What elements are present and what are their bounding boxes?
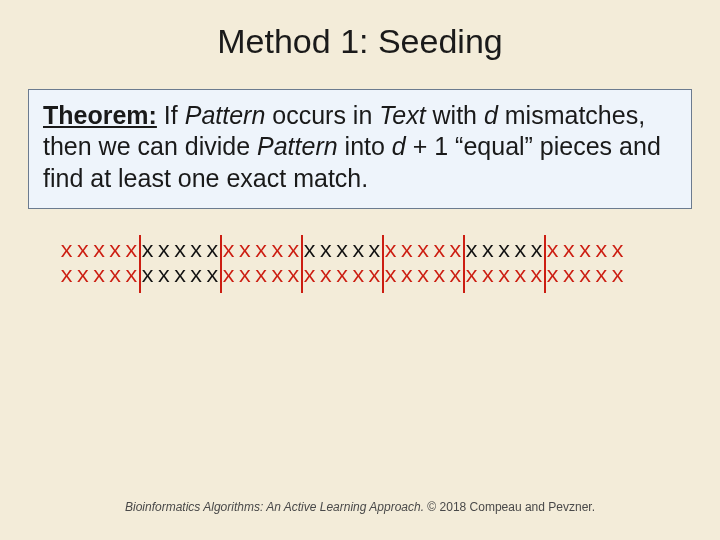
footer-citation: Bioinformatics Algorithms: An Active Lea…: [0, 500, 720, 514]
sequence-segment: xxxxx: [465, 239, 546, 264]
sequence-segment: xxxxx: [60, 264, 141, 289]
footer-copyright: © 2018 Compeau and Pevzner.: [424, 500, 595, 514]
sequence-diagram: xxxxxxxxxxxxxxxxxxxxxxxxxxxxxxxxxxx xxxx…: [60, 239, 660, 290]
theorem-pattern-2: Pattern: [257, 132, 338, 160]
theorem-text-word: Text: [379, 101, 425, 129]
sequence-row-2: xxxxxxxxxxxxxxxxxxxxxxxxxxxxxxxxxxx: [60, 264, 660, 289]
sequence-segment: xxxxx: [546, 239, 627, 264]
theorem-text-2: occurs in: [265, 101, 379, 129]
footer-book-title: Bioinformatics Algorithms: An Active Lea…: [125, 500, 424, 514]
theorem-label: Theorem:: [43, 101, 157, 129]
sequence-segment: xxxxx: [141, 239, 222, 264]
theorem-d-1: d: [484, 101, 498, 129]
theorem-text-1: If: [157, 101, 185, 129]
sequence-segment: xxxxx: [303, 239, 384, 264]
sequence-segment: xxxxx: [222, 239, 303, 264]
theorem-pattern-1: Pattern: [185, 101, 266, 129]
theorem-d-2: d: [392, 132, 406, 160]
sequence-segment: xxxxx: [141, 264, 222, 289]
sequence-segment: xxxxx: [384, 239, 465, 264]
theorem-text-5: into: [338, 132, 392, 160]
sequence-segment: xxxxx: [60, 239, 141, 264]
sequence-row-1: xxxxxxxxxxxxxxxxxxxxxxxxxxxxxxxxxxx: [60, 239, 660, 264]
sequence-segment: xxxxxxxxxxxxxxxxxxxxxxxxx: [222, 264, 627, 289]
theorem-box: Theorem: If Pattern occurs in Text with …: [28, 89, 692, 209]
slide-title: Method 1: Seeding: [0, 22, 720, 61]
theorem-text-3: with: [426, 101, 484, 129]
